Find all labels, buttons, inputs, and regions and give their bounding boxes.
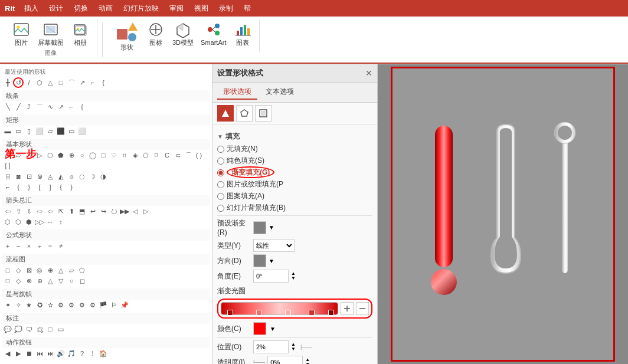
shape-basic-5[interactable]: ⬡ bbox=[45, 150, 55, 160]
shape-flow-16[interactable]: ◻ bbox=[77, 276, 87, 286]
effect-icon-btn[interactable] bbox=[255, 105, 272, 122]
shape-arrow-17[interactable]: ⬢ bbox=[24, 217, 34, 227]
shape-label-3[interactable]: 🗨 bbox=[24, 324, 34, 335]
shape-flow-5[interactable]: ⊕ bbox=[45, 265, 55, 276]
shape-basic-32[interactable]: { bbox=[13, 182, 24, 192]
menu-review[interactable]: 审阅 bbox=[165, 2, 188, 15]
shape-basic-30[interactable]: ◑ bbox=[98, 171, 109, 182]
shape-star-3[interactable]: ★ bbox=[24, 300, 34, 310]
shape-flow-12[interactable]: ⊕ bbox=[34, 276, 45, 286]
tab-shape-options[interactable]: 形状选项 bbox=[217, 85, 257, 100]
shape-rect-5[interactable]: ▱ bbox=[45, 126, 55, 136]
shape-action-9[interactable]: ! bbox=[87, 348, 98, 359]
shape-recent-9[interactable]: ⌐ bbox=[87, 77, 98, 88]
type-select[interactable]: 线性 射线 矩形 路径 bbox=[253, 239, 295, 252]
shape-label-6[interactable]: ▭ bbox=[55, 324, 66, 335]
shape-star-12[interactable]: 📌 bbox=[119, 300, 130, 310]
menu-slideshow[interactable]: 幻灯片放映 bbox=[119, 2, 163, 15]
slide-bg-radio[interactable] bbox=[217, 205, 224, 212]
shape-flow-14[interactable]: ▽ bbox=[55, 276, 66, 286]
shape-basic-24[interactable]: ⊗ bbox=[34, 171, 45, 182]
shape-flow-3[interactable]: ⊠ bbox=[24, 265, 34, 276]
color-picker-btn[interactable] bbox=[253, 322, 266, 335]
shape-rect-7[interactable]: ▭ bbox=[66, 126, 77, 136]
ribbon-item-smartart[interactable]: SmartArt bbox=[198, 19, 228, 48]
shape-arrow-2[interactable]: ⇧ bbox=[13, 206, 24, 217]
shape-star-10[interactable]: 🏴 bbox=[98, 300, 109, 310]
shape-star-9[interactable]: ⚙ bbox=[87, 300, 98, 310]
shape-basic-10[interactable]: □ bbox=[98, 150, 109, 160]
shape-arrow-12[interactable]: ▶▶ bbox=[119, 206, 130, 217]
shape-recent-1[interactable]: ╋ bbox=[2, 77, 13, 88]
shape-rect-4[interactable]: ⬜ bbox=[34, 126, 45, 136]
shape-action-7[interactable]: 🎵 bbox=[66, 348, 77, 359]
gradient-remove-btn[interactable] bbox=[356, 302, 369, 315]
shape-action-5[interactable]: ⏭ bbox=[45, 348, 55, 359]
angle-input[interactable] bbox=[253, 270, 289, 283]
shape-icon-btn[interactable] bbox=[236, 105, 253, 122]
shape-star-5[interactable]: ✫ bbox=[45, 300, 55, 310]
shape-formula-2[interactable]: − bbox=[13, 241, 24, 251]
shape-basic-16[interactable]: C bbox=[162, 150, 172, 160]
shape-label-2[interactable]: 💭 bbox=[13, 324, 24, 335]
shape-basic-8[interactable]: ○ bbox=[77, 150, 87, 160]
direction-swatch[interactable] bbox=[253, 254, 266, 267]
shape-arrow-1[interactable]: ⇦ bbox=[2, 206, 13, 217]
shape-rect-3[interactable]: ▯ bbox=[24, 126, 34, 136]
panel-close-button[interactable]: ✕ bbox=[365, 68, 372, 78]
shape-recent-5[interactable]: △ bbox=[45, 77, 55, 88]
ribbon-item-picture[interactable]: 图片 bbox=[9, 19, 33, 48]
shape-action-2[interactable]: ▶ bbox=[13, 348, 24, 359]
direction-dropdown-icon[interactable]: ▼ bbox=[269, 258, 274, 264]
shape-arrow-6[interactable]: ⇱ bbox=[55, 206, 66, 217]
shape-recent-8[interactable]: ↗ bbox=[77, 77, 87, 88]
angle-down[interactable]: ▼ bbox=[291, 276, 296, 281]
shape-arrow-15[interactable]: ⬡ bbox=[2, 217, 13, 227]
shape-basic-18[interactable]: ⌒ bbox=[183, 150, 194, 160]
shape-flow-13[interactable]: △ bbox=[45, 276, 55, 286]
shape-action-1[interactable]: ◀ bbox=[2, 348, 13, 359]
shape-flow-4[interactable]: ◎ bbox=[34, 265, 45, 276]
shape-formula-3[interactable]: × bbox=[24, 241, 34, 251]
shape-recent-2[interactable]: ↺ bbox=[13, 77, 24, 88]
solid-fill-radio[interactable] bbox=[217, 158, 224, 165]
shape-recent-3[interactable]: / bbox=[24, 77, 34, 88]
shape-basic-28[interactable]: ◌ bbox=[77, 171, 87, 182]
shape-label-5[interactable]: □ bbox=[45, 324, 55, 335]
shape-flow-9[interactable]: □ bbox=[2, 276, 13, 286]
shape-star-11[interactable]: 🏳 bbox=[109, 300, 119, 310]
shape-line-7[interactable]: ⌐ bbox=[66, 101, 77, 112]
shape-arrow-13[interactable]: ◁ bbox=[130, 206, 140, 217]
shape-label-1[interactable]: 💬 bbox=[2, 324, 13, 335]
shape-basic-33[interactable]: } bbox=[24, 182, 34, 192]
shape-recent-7[interactable]: ⌒ bbox=[66, 77, 77, 88]
shape-basic-27[interactable]: ⌾ bbox=[66, 171, 77, 182]
gradient-bar[interactable] bbox=[221, 302, 338, 315]
shape-action-8[interactable]: ? bbox=[77, 348, 87, 359]
shape-basic-19[interactable]: ( ) bbox=[194, 150, 204, 160]
shape-star-4[interactable]: ✪ bbox=[34, 300, 45, 310]
gradient-stop-1[interactable] bbox=[227, 310, 233, 316]
shape-arrow-16[interactable]: ⬡ bbox=[13, 217, 24, 227]
shape-line-5[interactable]: ∿ bbox=[45, 101, 55, 112]
ribbon-item-icons[interactable]: 图标 bbox=[144, 19, 168, 48]
shape-flow-6[interactable]: △ bbox=[55, 265, 66, 276]
shape-basic-11[interactable]: ♡ bbox=[109, 150, 119, 160]
ribbon-item-3d[interactable]: 3D模型 bbox=[170, 19, 196, 48]
gradient-add-btn[interactable] bbox=[341, 302, 354, 315]
menu-switch[interactable]: 切换 bbox=[69, 2, 93, 15]
shape-basic-12[interactable]: ⌗ bbox=[119, 150, 130, 160]
gradient-stop-2[interactable] bbox=[256, 310, 262, 316]
gradient-stop-3[interactable] bbox=[285, 310, 291, 316]
shape-flow-2[interactable]: ◇ bbox=[13, 265, 24, 276]
shape-basic-7[interactable]: ⊕ bbox=[66, 150, 77, 160]
transparency-input[interactable] bbox=[267, 356, 303, 364]
ribbon-item-shapes[interactable]: 形状 bbox=[112, 19, 142, 53]
shape-arrow-18[interactable]: ▷▷ bbox=[34, 217, 45, 227]
preset-gradient-swatch[interactable] bbox=[253, 221, 266, 234]
fill-icon-btn[interactable] bbox=[217, 105, 234, 122]
shape-action-4[interactable]: ⏮ bbox=[34, 348, 45, 359]
shape-rect-2[interactable]: ▭ bbox=[13, 126, 24, 136]
pattern-fill-radio[interactable] bbox=[217, 193, 224, 200]
shape-basic-31[interactable]: ⌐ bbox=[2, 182, 13, 192]
